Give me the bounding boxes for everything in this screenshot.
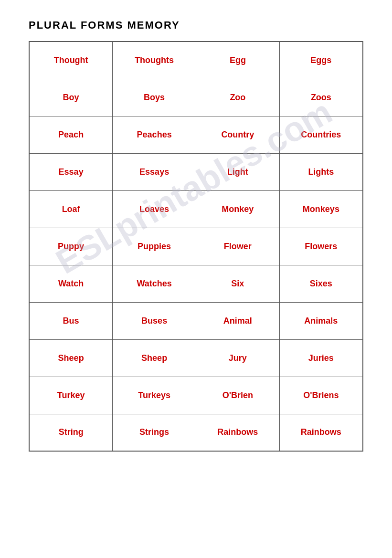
table-cell: Strings [113,414,196,451]
table-cell: Turkeys [113,377,196,414]
table-cell: Loaf [29,190,113,228]
table-cell: Watch [29,265,113,302]
table-cell: Lights [279,153,363,190]
table-row: WatchWatchesSixSixes [29,265,363,302]
table-cell: Sheep [113,339,196,377]
table-cell: Puppies [113,228,196,265]
table-cell: Flowers [279,228,363,265]
table-cell: Eggs [279,42,363,79]
table-cell: Buses [113,302,196,339]
table-cell: Light [196,153,280,190]
page-title: PLURAL FORMS MEMORY [29,19,363,32]
table-cell: Country [196,116,280,153]
table-row: BusBusesAnimalAnimals [29,302,363,339]
table-cell: Animal [196,302,280,339]
table-cell: Thought [29,42,113,79]
table-cell: Peach [29,116,113,153]
table-cell: O'Briens [279,377,363,414]
table-row: StringStringsRainbowsRainbows [29,414,363,451]
table-cell: Flower [196,228,280,265]
table-cell: Animals [279,302,363,339]
table-row: BoyBoysZooZoos [29,79,363,116]
table-cell: Loaves [113,190,196,228]
table-cell: Sixes [279,265,363,302]
table-cell: Jury [196,339,280,377]
table-cell: Juries [279,339,363,377]
table-cell: Egg [196,42,280,79]
table-cell: Monkeys [279,190,363,228]
table-cell: Essay [29,153,113,190]
table-cell: Sheep [29,339,113,377]
table-row: PuppyPuppiesFlowerFlowers [29,228,363,265]
table-cell: Monkey [196,190,280,228]
table-cell: Watches [113,265,196,302]
table-row: ThoughtThoughtsEggEggs [29,42,363,79]
table-cell: Boys [113,79,196,116]
table-cell: Countries [279,116,363,153]
table-cell: Thoughts [113,42,196,79]
table-row: PeachPeachesCountryCountries [29,116,363,153]
table-cell: Rainbows [196,414,280,451]
table-cell: Six [196,265,280,302]
table-cell: Essays [113,153,196,190]
table-cell: Peaches [113,116,196,153]
table-cell: Puppy [29,228,113,265]
table-cell: O'Brien [196,377,280,414]
plural-forms-table: ThoughtThoughtsEggEggsBoyBoysZooZoosPeac… [29,41,363,452]
table-cell: String [29,414,113,451]
table-row: LoafLoavesMonkeyMonkeys [29,190,363,228]
table-cell: Zoos [279,79,363,116]
table-row: TurkeyTurkeysO'BrienO'Briens [29,377,363,414]
table-cell: Zoo [196,79,280,116]
table-cell: Turkey [29,377,113,414]
table-cell: Boy [29,79,113,116]
table-row: EssayEssaysLightLights [29,153,363,190]
table-cell: Bus [29,302,113,339]
table-row: SheepSheepJuryJuries [29,339,363,377]
table-cell: Rainbows [279,414,363,451]
